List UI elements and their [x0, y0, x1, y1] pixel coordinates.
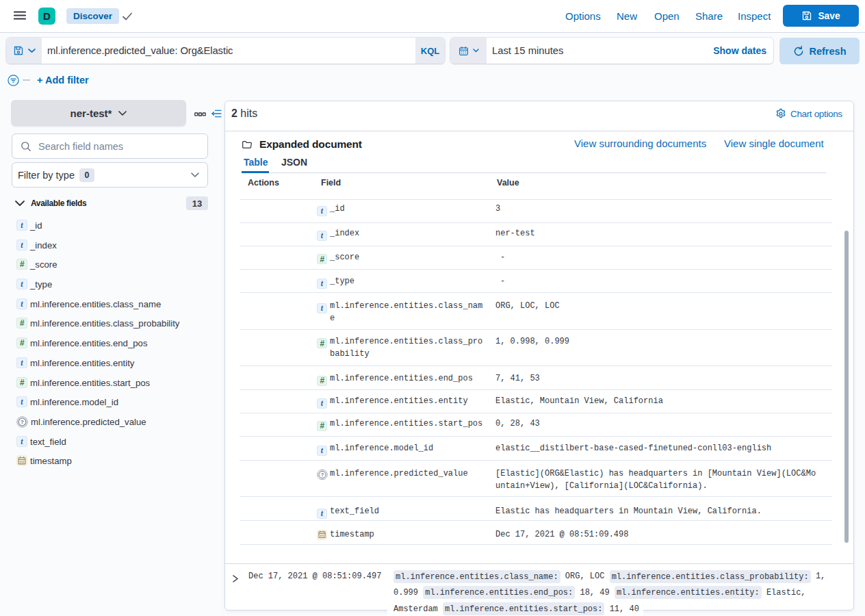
svg-text:?: ? — [321, 472, 324, 478]
svg-text:?: ? — [21, 419, 24, 425]
